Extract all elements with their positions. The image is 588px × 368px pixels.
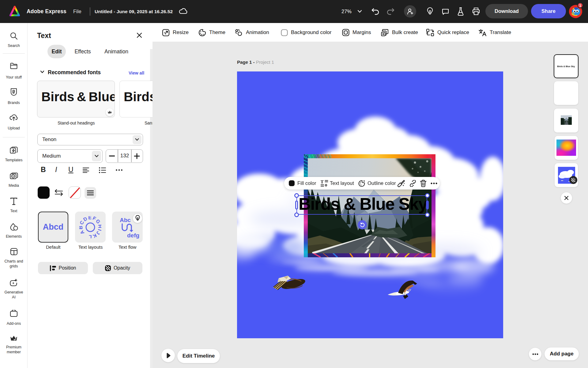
svg-text:o: o	[325, 182, 327, 187]
svg-text:ABCDEFGHIJKL: ABCDEFGHIJKL	[79, 216, 101, 238]
svg-text:defg: defg	[127, 232, 139, 239]
svg-text:Abc: Abc	[120, 217, 131, 223]
svg-text:T: T	[321, 180, 324, 184]
